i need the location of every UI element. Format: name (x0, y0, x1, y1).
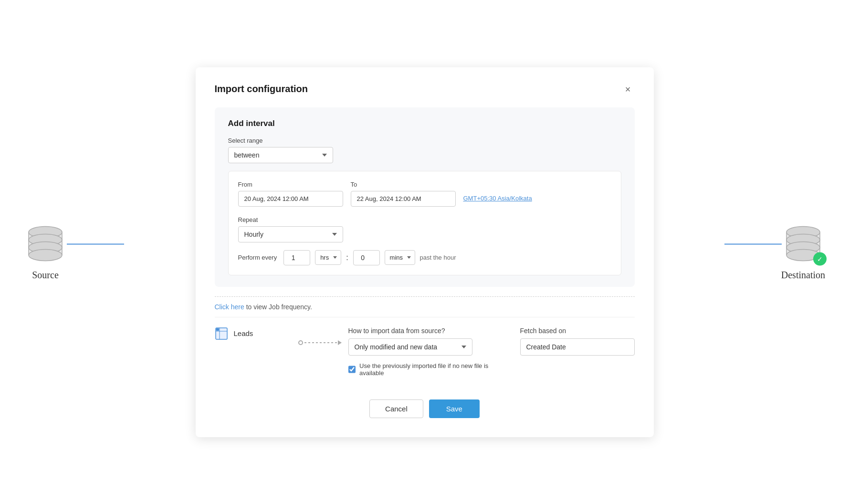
source-connector-line (67, 244, 124, 245)
svg-point-4 (29, 250, 62, 261)
cancel-button[interactable]: Cancel (369, 399, 423, 418)
repeat-dropdown[interactable]: Hourly Daily Weekly Monthly (238, 226, 343, 242)
connector-end-arrow (338, 340, 342, 345)
perform-hrs-input[interactable] (283, 250, 310, 265)
repeat-label: Repeat (238, 216, 611, 223)
leads-section: Leads How to import data from source? On… (215, 317, 635, 386)
import-type-dropdown[interactable]: Only modified and new data All data Only… (348, 338, 472, 356)
fetch-section: Fetch based on (520, 327, 635, 356)
from-date-input[interactable] (238, 191, 343, 207)
perform-every-row: Perform every hrs : mins past the hour (238, 250, 611, 265)
select-range-group: Select range between before after (228, 137, 621, 163)
leads-table-icon (215, 327, 228, 340)
repeat-row: Repeat Hourly Daily Weekly Monthly (238, 216, 611, 242)
select-range-dropdown[interactable]: between before after (228, 147, 333, 163)
import-question-label: How to import data from source? (348, 327, 511, 335)
click-here-section: Click here to view Job frequency. (215, 296, 635, 317)
click-here-suffix: to view Job frequency. (244, 303, 312, 311)
destination-area: ✓ Destination (781, 224, 825, 281)
fetch-based-on-input[interactable] (520, 338, 635, 356)
leads-connector (301, 327, 339, 343)
modal-title: Import configuration (215, 84, 308, 94)
perform-every-label: Perform every (238, 254, 277, 261)
previously-imported-row: Use the previously imported file if no n… (348, 362, 511, 377)
to-label: To (351, 181, 456, 188)
select-range-label: Select range (228, 137, 621, 144)
from-to-row: From To GMT+05:30 Asia/Kolkata (238, 181, 611, 207)
previously-imported-label: Use the previously imported file if no n… (359, 362, 510, 377)
mins-unit-select[interactable]: mins (385, 250, 415, 265)
dest-check-badge: ✓ (813, 252, 827, 266)
click-here-link[interactable]: Click here (215, 303, 244, 311)
to-field-group: To (351, 181, 456, 207)
hrs-unit-select[interactable]: hrs (315, 250, 341, 265)
svg-rect-13 (216, 328, 219, 331)
modal-header: Import configuration × (215, 83, 635, 96)
interval-section: Add interval Select range between before… (215, 107, 635, 287)
footer-buttons: Cancel Save (215, 399, 635, 418)
previously-imported-checkbox[interactable] (348, 366, 356, 373)
fetch-based-on-label: Fetch based on (520, 327, 635, 335)
to-date-input[interactable] (351, 191, 456, 207)
close-button[interactable]: × (621, 83, 635, 96)
import-config-modal: Import configuration × Add interval Sele… (196, 67, 654, 437)
source-label: Source (32, 270, 59, 281)
source-area: Source (24, 224, 67, 281)
interval-section-title: Add interval (228, 119, 621, 128)
connector-start-circle (298, 340, 303, 345)
leads-import-options: How to import data from source? Only mod… (348, 327, 511, 377)
dest-connector-line (724, 244, 782, 245)
from-to-container: From To GMT+05:30 Asia/Kolkata Repeat Ho… (228, 171, 621, 275)
from-label: From (238, 181, 343, 188)
leads-left: Leads (215, 327, 291, 340)
leads-label: Leads (234, 329, 253, 337)
colon-separator: : (346, 253, 348, 262)
past-the-hour-text: past the hour (420, 254, 456, 261)
perform-mins-input[interactable] (353, 250, 380, 265)
timezone-text[interactable]: GMT+05:30 Asia/Kolkata (463, 195, 532, 207)
dest-label: Destination (781, 270, 825, 281)
page-background: Source ✓ Destination Import configuratio… (0, 0, 849, 504)
source-db-icon (24, 224, 67, 262)
from-field-group: From (238, 181, 343, 207)
save-button[interactable]: Save (429, 399, 480, 418)
